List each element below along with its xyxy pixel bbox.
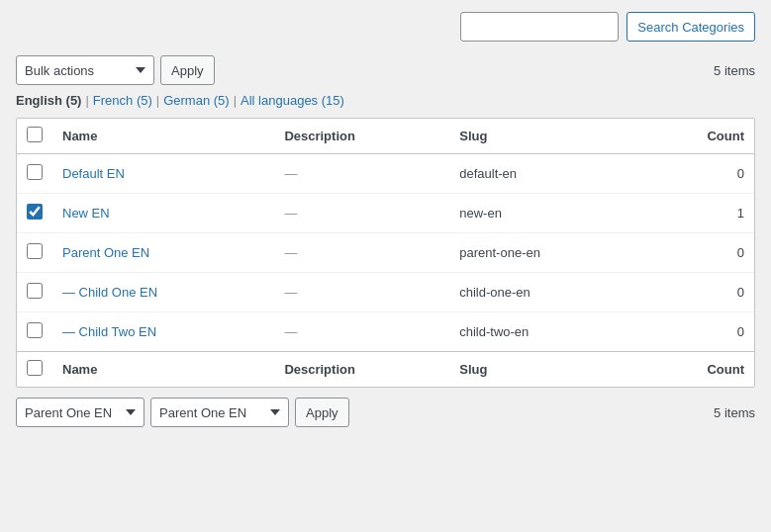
categories-table: Name Description Slug Count Default EN—d…	[16, 118, 755, 388]
category-slug: default-en	[449, 154, 644, 194]
category-count: 0	[644, 312, 754, 352]
category-count: 0	[644, 233, 754, 273]
category-slug: child-two-en	[449, 312, 644, 352]
search-categories-button[interactable]: Search Categories	[626, 12, 755, 42]
category-description: —	[274, 273, 449, 312]
table-row: New EN—new-en1	[17, 194, 754, 233]
search-input[interactable]	[460, 12, 619, 42]
category-name-link[interactable]: New EN	[62, 206, 110, 221]
bulk-apply-button[interactable]: Apply	[160, 55, 215, 85]
category-description: —	[274, 233, 449, 273]
col-header-name: Name	[52, 119, 274, 154]
category-slug: parent-one-en	[449, 233, 644, 273]
table-row: Default EN—default-en0	[17, 154, 754, 194]
col-header-slug: Slug	[449, 119, 644, 154]
tab-all-languages[interactable]: All languages (15)	[241, 93, 344, 108]
col-header-description: Description	[274, 119, 449, 154]
category-slug: child-one-en	[449, 273, 644, 312]
category-description: —	[274, 154, 449, 194]
row-checkbox[interactable]	[27, 283, 43, 299]
table-row: — Child Two EN—child-two-en0	[17, 312, 754, 352]
row-checkbox[interactable]	[27, 164, 43, 180]
tab-french[interactable]: French (5)	[93, 93, 152, 108]
category-description: —	[274, 194, 449, 233]
select-all-footer-checkbox[interactable]	[27, 360, 43, 376]
tab-english[interactable]: English (5)	[16, 93, 81, 108]
table-row: Parent One EN—parent-one-en0	[17, 233, 754, 273]
footer-count-label: Count	[644, 352, 754, 388]
table-row: — Child One EN—child-one-en0	[17, 273, 754, 312]
bulk-actions-select[interactable]: Bulk actions Delete	[16, 55, 154, 85]
language-tabs: English (5) | French (5) | German (5) | …	[16, 93, 755, 108]
category-count: 0	[644, 273, 754, 312]
category-slug: new-en	[449, 194, 644, 233]
row-checkbox[interactable]	[27, 243, 43, 259]
category-description: —	[274, 312, 449, 352]
tab-german[interactable]: German (5)	[163, 93, 229, 108]
select-all-checkbox[interactable]	[27, 127, 43, 142]
category-count: 0	[644, 154, 754, 194]
set-parent-select[interactable]: Set parent None Default EN New EN Parent…	[16, 398, 145, 427]
bottom-apply-button[interactable]: Apply	[295, 398, 349, 427]
footer-description-label: Description	[274, 352, 449, 388]
items-count: 5 items	[714, 63, 755, 78]
bottom-items-count: 5 items	[714, 405, 755, 420]
row-checkbox[interactable]	[27, 204, 43, 220]
category-name-link[interactable]: Default EN	[62, 166, 125, 181]
category-count: 1	[644, 194, 754, 233]
category-name-link[interactable]: Parent One EN	[62, 245, 149, 260]
category-name-link[interactable]: — Child Two EN	[62, 324, 156, 339]
row-checkbox[interactable]	[27, 322, 43, 338]
parent-value-select[interactable]: Parent One EN None Default EN New EN	[150, 398, 289, 427]
category-name-link[interactable]: — Child One EN	[62, 285, 157, 300]
footer-name-label: Name	[52, 352, 274, 388]
col-header-count: Count	[644, 119, 754, 154]
footer-slug-label: Slug	[449, 352, 644, 388]
